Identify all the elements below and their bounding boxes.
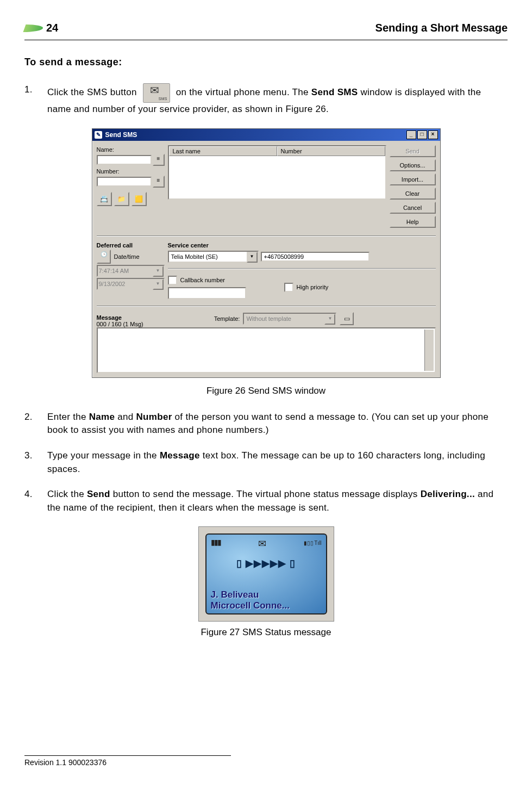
name-lookup-button[interactable]: ≡ — [153, 154, 165, 166]
callback-checkbox[interactable] — [168, 276, 177, 285]
battery-icon — [211, 538, 221, 550]
step-body: Type your message in the Message text bo… — [47, 449, 508, 476]
datetime-label: Date/time — [114, 253, 140, 260]
callback-label: Callback number — [180, 277, 226, 283]
number-label: Number: — [97, 168, 165, 175]
text: Enter the — [47, 412, 89, 422]
send-sms-window: ✎ Send SMS _ □ × Name: ≡ Number: ≡ — [92, 128, 441, 378]
cancel-button[interactable]: Cancel — [390, 202, 436, 214]
page-footer: Revision 1.1 900023376 — [24, 755, 508, 767]
step-body: Enter the Name and Number of the person … — [47, 411, 508, 437]
bold-text: Name — [89, 412, 115, 422]
deferred-call-label: Deferred call — [97, 242, 165, 249]
number-input[interactable] — [97, 177, 152, 187]
step-body: Click the SMS button on the virtual phon… — [47, 83, 508, 116]
maximize-button[interactable]: □ — [417, 131, 427, 139]
phone-status-figure: J. Beliveau Microcell Conne... — [198, 526, 334, 622]
bold-text: Number — [136, 412, 172, 422]
sc-number-value: +46705008999 — [264, 253, 304, 260]
list-col-lastname[interactable]: Last name — [169, 146, 277, 156]
name-label: Name: — [97, 146, 165, 153]
recipients-list[interactable]: Last name Number — [168, 145, 386, 200]
datetime-icon[interactable]: 🕒 — [97, 250, 111, 264]
template-select: Without template ▼ — [243, 313, 336, 325]
dropdown-arrow-icon: ▼ — [324, 314, 335, 325]
signal-icon — [304, 538, 321, 550]
header-rule — [24, 40, 508, 40]
number-lookup-button[interactable]: ≡ — [153, 176, 165, 188]
minimize-button[interactable]: _ — [406, 131, 416, 139]
high-priority-label: High priority — [297, 284, 329, 290]
text: and — [115, 412, 136, 422]
phone-screen: J. Beliveau Microcell Conne... — [205, 533, 327, 614]
list-col-number[interactable]: Number — [277, 146, 385, 156]
divider — [97, 306, 436, 307]
page-header: 24 Sending a Short Message — [24, 22, 508, 38]
window-titlebar: ✎ Send SMS _ □ × — [92, 129, 440, 141]
divider — [168, 268, 436, 269]
date-field: 9/13/2002▼ — [97, 278, 165, 290]
window-title: Send SMS — [105, 131, 137, 139]
figure-27-caption: Figure 27 SMS Status message — [24, 627, 508, 638]
toolbar-icon-2[interactable]: 📁 — [114, 192, 129, 206]
template-value: Without template — [246, 315, 291, 322]
connection-status: Microcell Conne... — [211, 600, 322, 611]
toolbar-icon-1[interactable]: 📇 — [97, 192, 112, 206]
service-center-number[interactable]: +46705008999 — [261, 252, 370, 262]
step-4: 4. Click the Send button to send the mes… — [24, 488, 508, 514]
bold-text: Delivering... — [421, 489, 475, 499]
logo-swoosh-icon — [23, 24, 44, 32]
clear-button[interactable]: Clear — [390, 188, 436, 200]
message-count: 000 / 160 (1 Msg) — [97, 321, 143, 327]
step-number: 2. — [24, 411, 47, 437]
text: button to send the message. The virtual … — [110, 489, 421, 499]
section-heading: To send a message: — [24, 57, 508, 68]
bold-text: Send SMS — [311, 87, 358, 97]
time-value: 7:47:14 AM — [99, 268, 129, 274]
text: Click the — [47, 489, 87, 499]
step-2: 2. Enter the Name and Number of the pers… — [24, 411, 508, 437]
callback-number-input[interactable] — [168, 287, 246, 299]
footer-rule — [24, 755, 231, 756]
template-button[interactable]: ▭ — [340, 312, 354, 325]
time-field: 7:47:14 AM▼ — [97, 265, 165, 277]
text: on the virtual phone menu. The — [176, 87, 311, 97]
help-button[interactable]: Help — [390, 216, 436, 228]
divider — [97, 235, 436, 237]
envelope-icon — [258, 538, 266, 550]
toolbar-icon-3[interactable]: 🟨 — [132, 192, 147, 206]
service-center-label: Service center — [168, 242, 436, 249]
text: Click the SMS button — [47, 87, 140, 97]
step-1: 1. Click the SMS button on the virtual p… — [24, 83, 508, 116]
recipient-name: J. Beliveau — [211, 589, 322, 600]
template-label: Template: — [214, 315, 240, 322]
send-button[interactable]: Send — [390, 145, 436, 157]
revision-text: Revision 1.1 900023376 — [24, 758, 508, 767]
page-number: 24 — [46, 22, 58, 34]
dropdown-arrow-icon[interactable]: ▼ — [247, 252, 258, 263]
figure-26-caption: Figure 26 Send SMS window — [24, 386, 508, 396]
bold-text: Send — [87, 489, 110, 499]
bold-text: Message — [160, 450, 200, 461]
date-value: 9/13/2002 — [99, 281, 126, 287]
header-title: Sending a Short Message — [375, 22, 508, 34]
step-number: 4. — [24, 488, 47, 514]
message-textarea[interactable] — [97, 327, 436, 373]
dropdown-arrow-icon: ▼ — [153, 266, 164, 277]
service-center-select[interactable]: Telia Mobitel (SE) ▼ — [168, 251, 259, 263]
step-body: Click the Send button to send the messag… — [47, 488, 508, 514]
sms-button-icon — [143, 83, 170, 103]
close-button[interactable]: × — [428, 131, 438, 139]
dropdown-arrow-icon: ▼ — [153, 279, 164, 290]
name-input[interactable] — [97, 155, 152, 165]
step-number: 3. — [24, 449, 47, 476]
service-center-value: Telia Mobitel (SE) — [171, 253, 218, 260]
options-button[interactable]: Options... — [390, 159, 436, 171]
resize-grip-icon[interactable] — [426, 363, 434, 371]
import-button[interactable]: Import... — [390, 173, 436, 185]
text: Type your message in the — [47, 450, 160, 461]
step-number: 1. — [24, 83, 47, 116]
message-label: Message — [97, 314, 143, 321]
high-priority-checkbox[interactable] — [284, 283, 293, 292]
window-icon: ✎ — [95, 131, 102, 139]
